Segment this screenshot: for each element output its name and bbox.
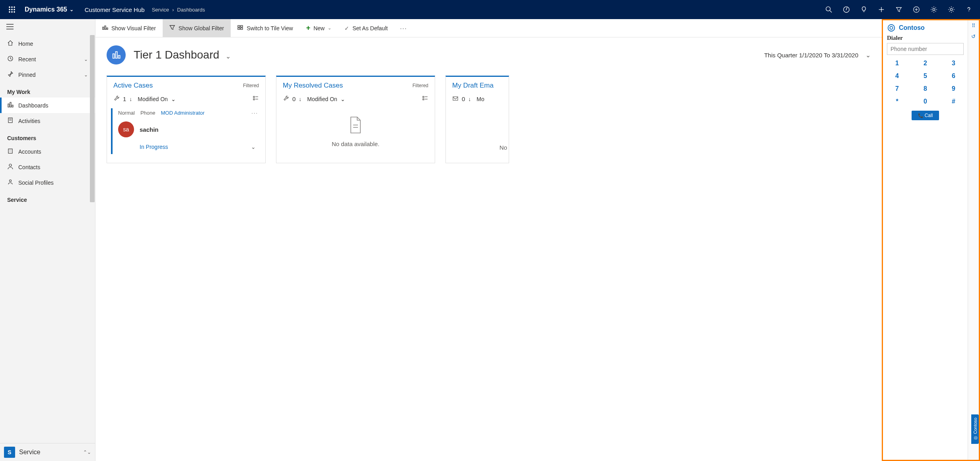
date-range-picker[interactable]: This Quarter 1/1/2020 To 3/31/2020 ⌄	[764, 51, 871, 59]
area-switcher[interactable]: S Service ⌃⌄	[0, 443, 95, 461]
site-sidebar: Home Recent ⌄ Pinned ⌄ My Work Dashboard…	[0, 19, 95, 461]
sort-label[interactable]: Mo	[476, 96, 484, 102]
phone-number-input[interactable]	[887, 43, 964, 55]
key-8[interactable]: 8	[915, 84, 935, 94]
keypad-icon[interactable]: ⠿	[972, 23, 976, 29]
cmd-global-filter[interactable]: Show Global Filter	[163, 19, 231, 37]
svg-point-28	[9, 164, 12, 166]
svg-rect-35	[238, 28, 240, 29]
breadcrumb: Service › Dashboards	[152, 7, 205, 13]
svg-rect-40	[253, 96, 255, 98]
filter-icon[interactable]	[890, 0, 908, 19]
empty-text: No data available.	[276, 141, 435, 147]
sidebar-item-recent[interactable]: Recent ⌄	[0, 51, 95, 67]
wrench-icon[interactable]	[113, 95, 120, 103]
sort-label[interactable]: Modified On	[307, 96, 337, 102]
history-icon[interactable]: ↺	[971, 33, 976, 39]
wrench-icon[interactable]	[283, 95, 289, 103]
cmd-visual-filter[interactable]: Show Visual Filter	[95, 19, 163, 37]
empty-state: No data available.	[276, 108, 435, 159]
mail-icon[interactable]	[452, 95, 459, 103]
sort-label[interactable]: Modified On	[138, 96, 167, 102]
breadcrumb-root[interactable]: Service	[152, 7, 169, 13]
add-circle-icon[interactable]	[908, 0, 925, 19]
lightbulb-icon[interactable]	[855, 0, 873, 19]
key-3[interactable]: 3	[943, 58, 964, 68]
sidebar-item-pinned[interactable]: Pinned ⌄	[0, 67, 95, 82]
svg-rect-36	[241, 28, 243, 29]
updown-icon: ⌃⌄	[83, 449, 91, 455]
key-5[interactable]: 5	[915, 71, 935, 81]
sidebar-item-social[interactable]: Social Profiles	[0, 175, 95, 190]
sidebar-group-service: Service	[0, 190, 95, 205]
card-count: 1	[123, 96, 126, 102]
case-origin: Phone	[140, 110, 156, 116]
search-icon[interactable]	[820, 0, 838, 19]
row-more-icon[interactable]: ···	[251, 110, 258, 116]
range-label: This Quarter 1/1/2020 To 3/31/2020	[764, 52, 858, 59]
dashboard-avatar-icon	[107, 45, 126, 64]
task-icon[interactable]	[838, 0, 855, 19]
sidebar-toggle[interactable]	[0, 19, 95, 36]
case-row[interactable]: Normal Phone MOD Administrator ··· sa sa…	[111, 108, 261, 154]
gear-icon[interactable]	[943, 0, 960, 19]
card-count: 0	[292, 96, 296, 102]
chevron-down-icon: ⌄	[70, 7, 74, 12]
filtered-badge: Filtered	[412, 83, 428, 88]
key-hash[interactable]: #	[943, 96, 964, 107]
svg-rect-32	[107, 28, 108, 29]
card-title[interactable]: My Draft Ema	[452, 82, 494, 90]
chevron-down-icon: ⌄	[328, 25, 331, 31]
list-view-icon[interactable]	[253, 95, 259, 103]
sidebar-item-label: Home	[18, 41, 33, 47]
card-title[interactable]: My Resolved Cases	[283, 82, 343, 90]
svg-rect-23	[8, 104, 9, 107]
cmd-tile-view[interactable]: Switch to Tile View	[231, 19, 299, 37]
add-icon[interactable]	[873, 0, 890, 19]
sort-arrow-icon[interactable]: ↓	[129, 96, 132, 102]
key-0[interactable]: 0	[915, 96, 935, 107]
sidebar-item-accounts[interactable]: Accounts	[0, 144, 95, 159]
card-resolved-cases: My Resolved Cases Filtered 0 ↓ Modified …	[276, 76, 435, 163]
case-owner[interactable]: MOD Administrator	[161, 110, 205, 116]
svg-rect-34	[241, 25, 243, 27]
brand-dropdown[interactable]: Dynamics 365 ⌄	[21, 6, 77, 13]
dashboard-title[interactable]: Tier 1 Dashboard ⌄	[134, 49, 231, 61]
key-1[interactable]: 1	[887, 58, 907, 68]
case-status-dropdown[interactable]: In Progress ⌄	[118, 140, 258, 150]
cmd-label: Switch to Tile View	[247, 25, 293, 31]
svg-point-1	[12, 7, 13, 8]
cmd-overflow[interactable]: ···	[395, 19, 413, 37]
svg-point-4	[12, 9, 13, 10]
sidebar-item-activities[interactable]: Activities	[0, 113, 95, 129]
svg-point-52	[890, 26, 892, 29]
cmd-label: New	[313, 25, 325, 31]
sort-arrow-icon[interactable]: ↓	[468, 96, 471, 102]
contoso-tab[interactable]: ◎Contoso	[971, 414, 979, 444]
key-6[interactable]: 6	[943, 71, 964, 81]
sidebar-item-dashboards[interactable]: Dashboards	[0, 98, 95, 113]
sidebar-item-contacts[interactable]: Contacts	[0, 159, 95, 175]
key-7[interactable]: 7	[887, 84, 907, 94]
sidebar-item-home[interactable]: Home	[0, 36, 95, 51]
help-icon[interactable]	[960, 0, 978, 19]
cmd-set-default[interactable]: ✓ Set As Default	[338, 19, 395, 37]
svg-rect-50	[453, 97, 458, 100]
key-9[interactable]: 9	[943, 84, 964, 94]
breadcrumb-leaf[interactable]: Dashboards	[177, 7, 205, 13]
app-launcher-button[interactable]	[2, 0, 21, 19]
key-2[interactable]: 2	[915, 58, 935, 68]
sidebar-scrollbar[interactable]	[89, 35, 95, 443]
card-title[interactable]: Active Cases	[113, 82, 153, 90]
settings-icon[interactable]	[925, 0, 943, 19]
list-view-icon[interactable]	[422, 95, 428, 103]
key-4[interactable]: 4	[887, 71, 907, 81]
social-icon	[7, 179, 14, 186]
sidebar-item-label: Accounts	[18, 148, 41, 155]
command-bar: Show Visual Filter Show Global Filter Sw…	[95, 19, 882, 37]
sort-arrow-icon[interactable]: ↓	[299, 96, 301, 102]
key-star[interactable]: *	[887, 96, 907, 107]
cmd-new[interactable]: + New ⌄	[300, 19, 338, 37]
chevron-down-icon: ⌄	[171, 96, 176, 102]
call-button[interactable]: Call	[912, 111, 939, 120]
